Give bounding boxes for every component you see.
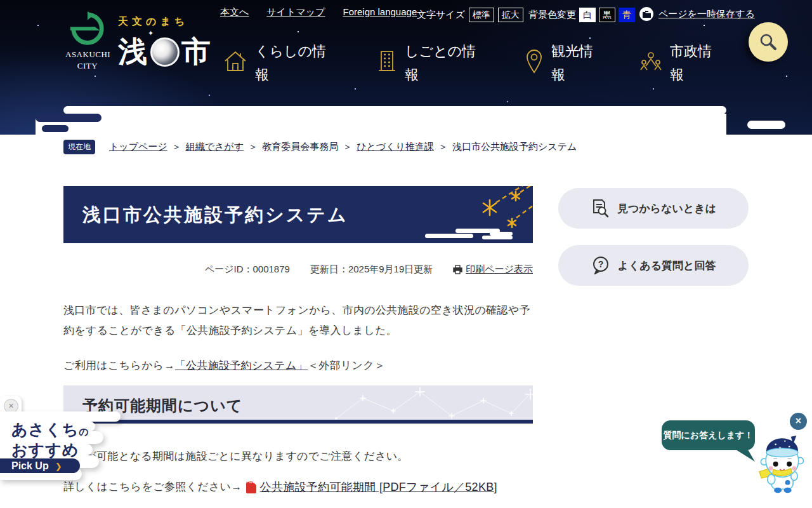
nav-government-info[interactable]: 市政情報 [639, 39, 721, 86]
pdf-download-link[interactable]: 公共施設予約可能期間 [PDFファイル／52KB] [260, 477, 497, 497]
bg-black-button[interactable]: 黒 [599, 8, 615, 22]
chevron-right-icon: ❯ [55, 462, 62, 471]
not-found-help-button[interactable]: 見つからないときは [558, 188, 749, 229]
utility-links: 本文へ サイトマップ Foreign language [220, 6, 417, 18]
pdf-line: 詳しくはこちらをご参照ください→ PDF 公共施設予約可能期間 [PDFファイル… [63, 477, 534, 497]
breadcrumb-home[interactable]: トップページ [109, 141, 167, 153]
city-crest-icon [69, 10, 106, 48]
not-found-help-label: 見つからないときは [617, 201, 716, 216]
skip-to-content-link[interactable]: 本文へ [220, 6, 249, 18]
moon-icon [150, 37, 180, 67]
city-name-en-line2: CITY [77, 61, 98, 70]
section-heading-banner: 予約可能期間について [63, 385, 533, 424]
bg-blue-button[interactable]: 青 [619, 8, 635, 22]
cloud-decoration [42, 125, 69, 132]
breadcrumb-hitozukuri-division[interactable]: ひとづくり推進課 [357, 141, 434, 153]
pdf-file-icon: PDF [246, 481, 256, 493]
foreign-language-link[interactable]: Foreign language [343, 6, 417, 18]
breadcrumb-organizations[interactable]: 組織でさがす [186, 141, 244, 153]
font-size-label: 文字サイズ [417, 9, 465, 21]
people-icon [639, 50, 662, 72]
save-folder-icon [639, 7, 653, 21]
nav-label: 観光情報 [551, 39, 602, 86]
cloud-decoration [747, 121, 785, 129]
city-name-en-line1: ASAKUCHI [65, 50, 110, 59]
intro-paragraph: 浅口市では、皆さまのパソコンやスマートフォンから、市内の公共施設の空き状況の確認… [63, 300, 534, 341]
background-color-control: 背景色変更 白 黒 青 [528, 8, 635, 22]
pickup-popup: × あさくちの おすすめ Pick Up❯ [0, 396, 133, 485]
page-title-banner: 浅口市公共施設予約システム [63, 186, 533, 243]
save-page-control[interactable]: ページを一時保存する [639, 7, 755, 21]
map-pin-icon [525, 50, 544, 74]
chatbot-close-button[interactable]: × [790, 413, 807, 430]
breadcrumb: 現在地 トップページ ＞ 組織でさがす ＞ 教育委員会事務局 ＞ ひとづくり推進… [63, 140, 577, 154]
faq-button[interactable]: ? よくある質問と回答 [558, 245, 749, 286]
pickup-title: あさくちの おすすめ [11, 420, 89, 458]
small-star-decoration: ✦ [148, 29, 155, 37]
mascot-character[interactable] [755, 436, 809, 494]
updated-date: 更新日：2025年9月19日更新 [310, 264, 433, 276]
search-icon [759, 32, 778, 51]
page: ASAKUCHI CITY 天文のまち 浅 ✦ 市 本文へ サイトマップ For… [0, 0, 812, 508]
cloud-decoration [36, 114, 102, 122]
sitemap-link[interactable]: サイトマップ [266, 6, 325, 18]
nav-tourism-info[interactable]: 観光情報 [525, 39, 602, 86]
cloud-decoration [36, 114, 726, 135]
pickup-button[interactable]: Pick Up❯ [0, 458, 80, 473]
city-name-jp: 浅 ✦ 市 [118, 32, 212, 72]
nav-label: しごとの情報 [405, 39, 483, 86]
nav-label: 市政情報 [670, 39, 721, 86]
site-header: ASAKUCHI CITY 天文のまち 浅 ✦ 市 本文へ サイトマップ For… [0, 0, 812, 135]
chatbot-speech-bubble[interactable]: 質問にお答えします！ [662, 420, 755, 450]
printer-icon [453, 265, 462, 274]
faq-label: よくある質問と回答 [618, 258, 716, 273]
font-size-standard-button[interactable]: 標準 [469, 8, 494, 22]
search-button[interactable] [749, 22, 788, 62]
font-size-large-button[interactable]: 拡大 [498, 8, 523, 22]
page-id: ページID：0001879 [205, 264, 290, 276]
cloud-decoration [425, 229, 520, 241]
nav-label: くらしの情報 [255, 39, 334, 86]
current-location-badge: 現在地 [63, 140, 95, 154]
bg-white-button[interactable]: 白 [579, 8, 596, 22]
document-search-icon [591, 199, 610, 218]
question-bubble-icon: ? [591, 256, 610, 275]
house-icon [223, 50, 247, 72]
print-page-link[interactable]: 印刷ページ表示 [466, 264, 533, 276]
page-meta: ページID：0001879 更新日：2025年9月19日更新 印刷ページ表示 [63, 264, 533, 276]
city-tagline: 天文のまち [118, 15, 212, 29]
save-page-link[interactable]: ページを一時保存する [658, 8, 755, 20]
city-logo[interactable]: ASAKUCHI CITY [65, 10, 110, 71]
page-title: 浅口市公共施設予約システム [82, 203, 348, 228]
site-name[interactable]: 天文のまち 浅 ✦ 市 [118, 15, 212, 72]
breadcrumb-current-page: 浅口市公共施設予約システム [452, 141, 577, 153]
building-icon [377, 50, 397, 72]
print-control[interactable]: 印刷ページ表示 [453, 264, 533, 276]
svg-text:?: ? [598, 259, 603, 269]
reservation-system-link[interactable]: 「公共施設予約システム」 [175, 359, 308, 371]
font-size-control: 文字サイズ 標準 拡大 [417, 8, 523, 22]
bg-color-label: 背景色変更 [528, 9, 576, 21]
nav-work-info[interactable]: しごとの情報 [377, 39, 483, 86]
usage-line: ご利用はこちらから→「公共施設予約システム」＜外部リンク＞ [63, 356, 534, 376]
nav-living-info[interactable]: くらしの情報 [223, 39, 334, 86]
breadcrumb-board-of-education: 教育委員会事務局 [262, 141, 338, 153]
notice-paragraph: 予約が可能となる期間は施設ごとに異なりますのでご注意ください。 [63, 446, 534, 467]
